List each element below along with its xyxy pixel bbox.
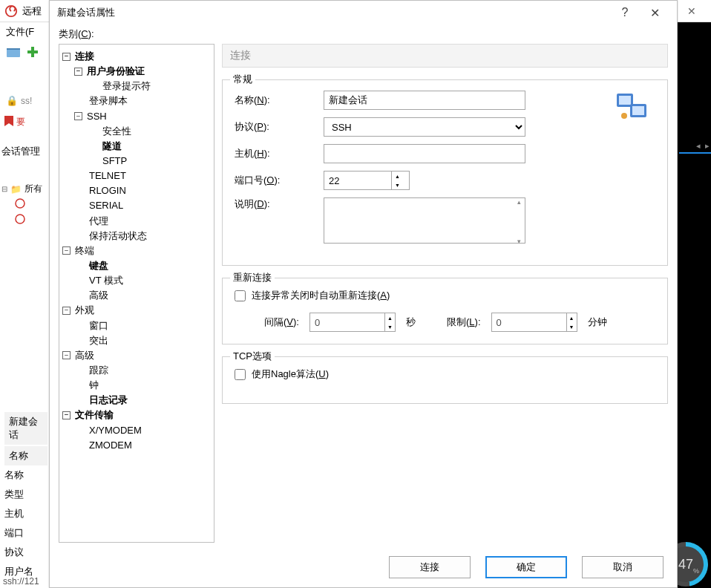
tree-all-sessions[interactable]: ⊟ 📁 所有 — [1, 181, 42, 197]
tree-label: X/YMODEM — [89, 423, 142, 438]
ok-button[interactable]: 确定 — [485, 556, 567, 578]
tree-trace[interactable]: 跟踪 — [62, 363, 211, 378]
svg-point-11 — [621, 113, 627, 119]
collapse-icon[interactable]: − — [62, 53, 71, 61]
tree-keepalive[interactable]: 保持活动状态 — [62, 229, 211, 244]
textarea-scrollbar[interactable]: ▴ ▾ — [513, 198, 525, 245]
tree-advanced2[interactable]: −高级 — [62, 348, 211, 363]
svg-rect-8 — [619, 96, 631, 105]
details-port: 端口 — [4, 523, 47, 543]
limit-input[interactable] — [492, 313, 559, 331]
tree-security[interactable]: 安全性 — [62, 124, 211, 139]
tree-label: 突出 — [89, 333, 108, 348]
bg-tab[interactable]: 🔒 ss! — [6, 95, 32, 106]
tree-login-prompt[interactable]: 登录提示符 — [62, 79, 211, 94]
nav-arrows: ◂ ▸ — [696, 141, 710, 151]
host-input[interactable] — [324, 144, 525, 163]
category-tree[interactable]: −连接 −用户身份验证 登录提示符 登录脚本 −SSH 安全性 隧道 SFTP … — [59, 44, 214, 543]
interval-input[interactable] — [310, 313, 377, 331]
port-spinner[interactable]: ▲ ▼ — [324, 171, 410, 190]
details-type: 类型 — [4, 485, 47, 504]
tree-serial[interactable]: SERIAL — [62, 198, 211, 213]
desc-textarea[interactable] — [324, 197, 525, 244]
tree-window[interactable]: 窗口 — [62, 318, 211, 333]
protocol-select[interactable]: SSH — [324, 117, 525, 137]
interval-unit: 秒 — [406, 316, 416, 329]
collapse-icon[interactable]: − — [62, 411, 71, 419]
folder-icon: 📁 — [10, 184, 22, 195]
tree-appearance[interactable]: −外观 — [62, 303, 211, 318]
tree-highlight[interactable]: 突出 — [62, 333, 211, 348]
tree-tunnel[interactable]: 隧道 — [62, 139, 211, 154]
auto-reconnect-checkbox[interactable] — [235, 290, 246, 301]
dialog-help-icon[interactable]: ? — [610, 6, 640, 19]
scroll-down-icon[interactable]: ▾ — [513, 238, 525, 245]
tree-xymodem[interactable]: X/YMODEM — [62, 423, 211, 438]
tree-session-item[interactable] — [1, 197, 42, 212]
tree-telnet[interactable]: TELNET — [62, 169, 211, 183]
spinner-up-icon[interactable]: ▲ — [392, 172, 403, 180]
tree-zmodem[interactable]: ZMODEM — [62, 438, 211, 453]
tree-label: 保持活动状态 — [89, 229, 147, 244]
nagle-checkbox[interactable] — [235, 369, 246, 380]
arrow-left-icon[interactable]: ◂ — [696, 141, 701, 151]
tree-auth[interactable]: −用户身份验证 — [62, 64, 211, 79]
tree-terminal[interactable]: −终端 — [62, 244, 211, 258]
collapse-icon[interactable]: − — [74, 112, 82, 120]
tree-advanced[interactable]: 高级 — [62, 288, 211, 303]
scroll-up-icon[interactable]: ▴ — [513, 198, 525, 206]
name-input[interactable] — [324, 91, 525, 110]
app-logo-icon — [4, 4, 18, 18]
cancel-button[interactable]: 取消 — [582, 556, 664, 578]
tree-filetransfer[interactable]: −文件传输 — [62, 408, 211, 422]
tree-label: 登录脚本 — [89, 94, 128, 108]
tree-label: 连接 — [75, 49, 94, 64]
toolbar-new-icon[interactable] — [6, 45, 21, 59]
tree-clock[interactable]: 钟 — [62, 378, 211, 393]
details-name-header: 名称 — [4, 446, 47, 466]
dialog-buttons: 连接 确定 取消 — [50, 549, 677, 587]
tree-proxy[interactable]: 代理 — [62, 214, 211, 229]
tree-ssh[interactable]: −SSH — [62, 109, 211, 124]
collapse-icon[interactable]: − — [74, 68, 82, 76]
spinner-up-icon[interactable]: ▲ — [567, 313, 577, 322]
tree-label: 键盘 — [89, 258, 108, 273]
session-icon — [15, 198, 25, 211]
tree-rlogin[interactable]: RLOGIN — [62, 183, 211, 198]
toolbar-add-icon[interactable] — [25, 45, 40, 59]
port-input[interactable] — [324, 172, 391, 189]
details-header: 新建会话 — [4, 412, 47, 445]
interval-spinner[interactable]: ▲ ▼ — [309, 313, 396, 332]
spinner-down-icon[interactable]: ▼ — [567, 322, 577, 331]
tree-vtmode[interactable]: VT 模式 — [62, 273, 211, 288]
bg-bookmark-tab[interactable]: 要 — [4, 116, 25, 128]
tree-label: RLOGIN — [89, 183, 126, 198]
arrow-right-icon[interactable]: ▸ — [705, 141, 710, 151]
category-label: 类别(C): — [59, 27, 668, 41]
tree-login-script[interactable]: 登录脚本 — [62, 94, 211, 108]
tree-keyboard[interactable]: 键盘 — [62, 258, 211, 273]
collapse-icon[interactable]: − — [62, 307, 71, 315]
collapse-icon[interactable]: − — [62, 246, 71, 255]
connect-button[interactable]: 连接 — [389, 556, 471, 578]
spinner-down-icon[interactable]: ▼ — [392, 180, 403, 189]
tree-session-item[interactable] — [1, 212, 42, 228]
spinner-down-icon[interactable]: ▼ — [385, 322, 395, 331]
tree-log[interactable]: 日志记录 — [62, 393, 211, 408]
svg-point-6 — [16, 215, 24, 223]
dialog-close-icon[interactable]: ✕ — [640, 6, 669, 20]
main-close-icon[interactable]: ✕ — [677, 5, 707, 17]
active-tab-indicator — [679, 152, 711, 154]
tree-sftp[interactable]: SFTP — [62, 154, 211, 169]
dialog-title: 新建会话属性 — [57, 6, 115, 19]
menu-file[interactable]: 文件(F — [6, 25, 34, 39]
auto-reconnect-label: 连接异常关闭时自动重新连接(A) — [252, 289, 390, 302]
tree-connection[interactable]: −连接 — [62, 49, 211, 64]
tree-label: 文件传输 — [75, 408, 114, 422]
tree-label: 安全性 — [102, 124, 131, 139]
collapse-icon[interactable]: − — [62, 351, 71, 359]
spinner-up-icon[interactable]: ▲ — [385, 313, 395, 322]
svg-rect-4 — [27, 50, 38, 53]
limit-spinner[interactable]: ▲ ▼ — [491, 313, 577, 332]
svg-point-5 — [16, 199, 24, 208]
